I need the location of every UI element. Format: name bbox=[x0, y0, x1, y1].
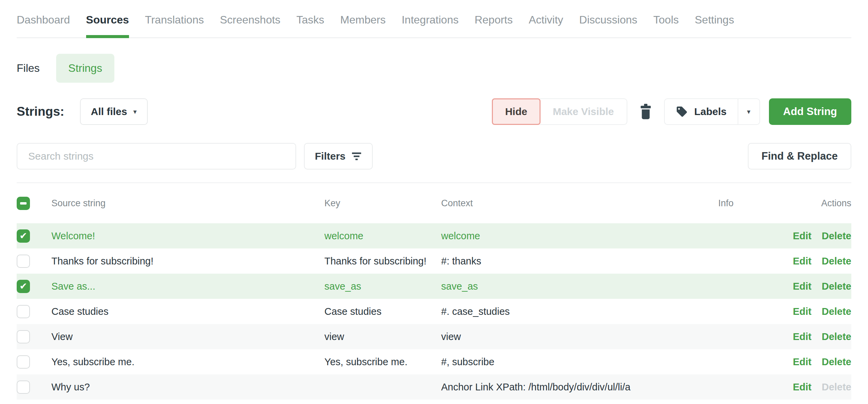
chevron-down-icon: ▾ bbox=[133, 108, 136, 115]
row-actions: Edit Delete bbox=[793, 230, 851, 242]
table-row: ✔ Welcome! welcome welcome Edit Delete bbox=[17, 223, 851, 248]
context-cell: view bbox=[441, 331, 666, 342]
source-string-cell: View bbox=[51, 331, 324, 342]
column-header-actions: Actions bbox=[821, 198, 851, 209]
nav-item-reports[interactable]: Reports bbox=[475, 14, 513, 37]
delete-link[interactable]: Delete bbox=[822, 331, 851, 342]
strings-toolbar: Strings: All files ▾ Hide Make Visible bbox=[17, 98, 851, 125]
key-cell: Case studies bbox=[324, 306, 441, 317]
delete-selected-button[interactable] bbox=[636, 98, 655, 125]
row-checkbox[interactable]: ✔ bbox=[17, 255, 30, 268]
key-cell: welcome bbox=[324, 230, 441, 242]
row-checkbox[interactable]: ✔ bbox=[17, 381, 30, 394]
chevron-down-icon: ▾ bbox=[747, 108, 751, 115]
source-string-cell: Why us? bbox=[51, 382, 324, 393]
row-actions: Edit Delete bbox=[793, 256, 851, 267]
delete-link[interactable]: Delete bbox=[822, 356, 851, 368]
source-string-cell: Save as... bbox=[51, 281, 324, 292]
nav-item-translations[interactable]: Translations bbox=[145, 14, 204, 37]
page-title: Strings: bbox=[17, 104, 64, 119]
filter-lines-icon bbox=[352, 152, 362, 161]
delete-link[interactable]: Delete bbox=[822, 256, 851, 267]
add-string-button[interactable]: Add String bbox=[769, 98, 851, 125]
delete-link[interactable]: Delete bbox=[822, 230, 851, 242]
key-cell: view bbox=[324, 331, 441, 342]
hide-button[interactable]: Hide bbox=[492, 98, 541, 125]
source-view-tabs: Files Strings bbox=[17, 54, 851, 83]
tab-strings[interactable]: Strings bbox=[56, 54, 115, 83]
file-filter-value: All files bbox=[91, 106, 127, 117]
edit-link[interactable]: Edit bbox=[793, 281, 811, 292]
check-icon: ✔ bbox=[19, 282, 27, 291]
nav-item-tools[interactable]: Tools bbox=[653, 14, 679, 37]
row-checkbox[interactable]: ✔ bbox=[17, 355, 30, 369]
nav-item-integrations[interactable]: Integrations bbox=[402, 14, 459, 37]
row-actions: Edit Delete bbox=[793, 281, 851, 292]
nav-item-dashboard[interactable]: Dashboard bbox=[17, 14, 70, 37]
visibility-button-group: Hide Make Visible bbox=[492, 98, 628, 125]
delete-link: Delete bbox=[822, 382, 851, 393]
edit-link[interactable]: Edit bbox=[793, 356, 811, 368]
table-row: ✔ Why us? Anchor Link XPath: /html/body/… bbox=[17, 374, 851, 400]
top-nav: DashboardSourcesTranslationsScreenshotsT… bbox=[17, 0, 851, 38]
trash-icon bbox=[639, 104, 653, 119]
delete-link[interactable]: Delete bbox=[822, 306, 851, 317]
table-row: ✔ View view view Edit Delete bbox=[17, 324, 851, 349]
labels-dropdown-toggle[interactable]: ▾ bbox=[738, 99, 759, 124]
row-checkbox[interactable]: ✔ bbox=[17, 330, 30, 343]
table-row: ✔ Thanks for subscribing! Thanks for sub… bbox=[17, 248, 851, 274]
context-cell: #. case_studies bbox=[441, 306, 666, 317]
row-actions: Edit Delete bbox=[793, 356, 851, 368]
table-body: ✔ Welcome! welcome welcome Edit Delete ✔… bbox=[17, 223, 851, 400]
labels-button-label: Labels bbox=[694, 106, 726, 117]
context-cell: #, subscribe bbox=[441, 356, 666, 368]
make-visible-button[interactable]: Make Visible bbox=[540, 98, 628, 125]
source-string-cell: Yes, subscribe me. bbox=[51, 356, 324, 368]
filters-button[interactable]: Filters bbox=[304, 143, 373, 169]
row-actions: Edit Delete bbox=[793, 382, 851, 393]
row-actions: Edit Delete bbox=[793, 306, 851, 317]
row-checkbox[interactable]: ✔ bbox=[17, 280, 30, 293]
search-row: Filters Find & Replace bbox=[17, 143, 851, 183]
row-checkbox[interactable]: ✔ bbox=[17, 229, 30, 243]
strings-table: ✔ Source string Key Context Info Actions… bbox=[17, 183, 851, 400]
nav-item-screenshots[interactable]: Screenshots bbox=[220, 14, 280, 37]
edit-link[interactable]: Edit bbox=[793, 256, 811, 267]
source-string-cell: Welcome! bbox=[51, 230, 324, 242]
source-string-cell: Case studies bbox=[51, 306, 324, 317]
nav-item-members[interactable]: Members bbox=[340, 14, 386, 37]
minus-icon bbox=[20, 202, 27, 205]
nav-item-tasks[interactable]: Tasks bbox=[296, 14, 324, 37]
check-icon: ✔ bbox=[19, 231, 27, 241]
key-cell: Yes, subscribe me. bbox=[324, 356, 441, 368]
nav-item-discussions[interactable]: Discussions bbox=[579, 14, 638, 37]
edit-link[interactable]: Edit bbox=[793, 331, 811, 342]
nav-item-activity[interactable]: Activity bbox=[529, 14, 563, 37]
nav-item-settings[interactable]: Settings bbox=[695, 14, 734, 37]
labels-split-button: Labels ▾ bbox=[664, 98, 760, 125]
tab-files[interactable]: Files bbox=[17, 62, 40, 75]
labels-button[interactable]: Labels bbox=[665, 99, 737, 124]
context-cell: Anchor Link XPath: /html/body/div/div/ul… bbox=[441, 382, 666, 393]
edit-link[interactable]: Edit bbox=[793, 382, 811, 393]
filters-button-label: Filters bbox=[315, 150, 345, 162]
table-row: ✔ Save as... save_as save_as Edit Delete bbox=[17, 274, 851, 299]
search-input[interactable] bbox=[17, 143, 296, 169]
table-row: ✔ Yes, subscribe me. Yes, subscribe me. … bbox=[17, 349, 851, 374]
select-all-checkbox[interactable]: ✔ bbox=[17, 197, 30, 210]
edit-link[interactable]: Edit bbox=[793, 230, 811, 242]
delete-link[interactable]: Delete bbox=[822, 281, 851, 292]
table-row: ✔ Case studies Case studies #. case_stud… bbox=[17, 299, 851, 324]
context-cell: #: thanks bbox=[441, 256, 666, 267]
file-filter-dropdown[interactable]: All files ▾ bbox=[80, 98, 148, 125]
find-replace-button[interactable]: Find & Replace bbox=[748, 143, 851, 169]
row-checkbox[interactable]: ✔ bbox=[17, 305, 30, 318]
column-header-key: Key bbox=[324, 198, 441, 209]
nav-item-sources[interactable]: Sources bbox=[86, 14, 129, 37]
key-cell: save_as bbox=[324, 281, 441, 292]
column-header-context: Context bbox=[441, 198, 666, 209]
context-cell: save_as bbox=[441, 281, 666, 292]
key-cell: Thanks for subscribing! bbox=[324, 256, 441, 267]
source-string-cell: Thanks for subscribing! bbox=[51, 256, 324, 267]
edit-link[interactable]: Edit bbox=[793, 306, 811, 317]
